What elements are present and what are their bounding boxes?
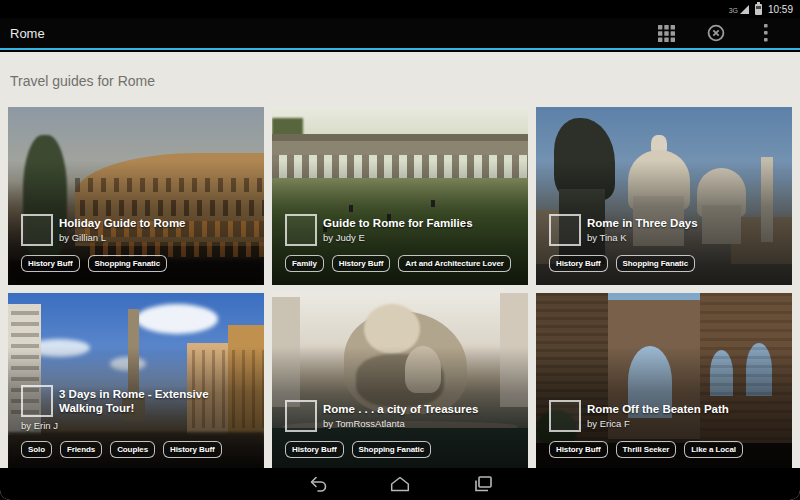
action-bar: Rome (0, 18, 800, 50)
card-checkbox[interactable] (285, 214, 317, 246)
card-byline: by TomRossAtlanta (323, 418, 478, 430)
signal-icon: 3G (729, 5, 749, 14)
tag-chip: Shopping Fanatic (88, 255, 168, 272)
card-byline: by Gillian L (59, 232, 186, 244)
cancel-selection-button[interactable] (704, 21, 728, 45)
card-tags: History BuffShopping Fanatic (285, 441, 515, 458)
card-meta-row: Holiday Guide to Rome by Gillian L (21, 214, 251, 246)
card-title: Holiday Guide to Rome (59, 216, 186, 230)
tag-chip: History Buff (332, 255, 391, 272)
tag-chip: Friends (60, 441, 102, 458)
tag-chip: History Buff (163, 441, 222, 458)
card-text: Rome in Three Days by Tina K (587, 216, 698, 244)
back-button[interactable] (305, 472, 329, 496)
card-grid: Holiday Guide to Rome by Gillian L Histo… (8, 107, 792, 471)
tag-chip: History Buff (549, 255, 608, 272)
overflow-menu-icon (764, 24, 768, 42)
content-area: Travel guides for Rome Holiday Guide to … (0, 52, 800, 500)
card-checkbox[interactable] (549, 214, 581, 246)
card-meta-row: Guide to Rome for Families by Judy E (285, 214, 515, 246)
tag-chip: Like a Local (684, 441, 743, 458)
back-icon (305, 472, 329, 496)
card-meta-row: Rome Off the Beaten Path by Erica F (549, 400, 779, 432)
tag-chip: Shopping Fanatic (616, 255, 696, 272)
card-overlay: Rome in Three Days by Tina K History Buf… (536, 107, 792, 285)
guide-card[interactable]: 3 Days in Rome - Extensive Walking Tour!… (8, 293, 264, 471)
recents-button[interactable] (471, 472, 495, 496)
card-byline: by Erica F (587, 418, 729, 430)
card-tags: SoloFriendsCouplesHistory Buff (21, 441, 251, 458)
card-tags: History BuffShopping Fanatic (549, 255, 779, 272)
guide-card[interactable]: Guide to Rome for Families by Judy E Fam… (272, 107, 528, 285)
card-title: 3 Days in Rome - Extensive Walking Tour! (59, 387, 251, 415)
card-overlay: Guide to Rome for Families by Judy E Fam… (272, 107, 528, 285)
status-bar: 3G 10:59 (0, 0, 800, 18)
guide-card[interactable]: Rome . . . a city of Treasures by TomRos… (272, 293, 528, 471)
card-overlay: Rome Off the Beaten Path by Erica F Hist… (536, 293, 792, 471)
action-bar-actions (654, 21, 800, 45)
battery-icon (755, 4, 762, 15)
tag-chip: Shopping Fanatic (352, 441, 432, 458)
card-overlay: Holiday Guide to Rome by Gillian L Histo… (8, 107, 264, 285)
card-byline: by Tina K (587, 232, 698, 244)
card-text: Holiday Guide to Rome by Gillian L (59, 216, 186, 244)
card-byline: by Erin J (21, 420, 251, 432)
card-meta-row: Rome . . . a city of Treasures by TomRos… (285, 400, 515, 432)
card-tags: FamilyHistory BuffArt and Architecture L… (285, 255, 515, 272)
tablet-screen: 3G 10:59 Rome (0, 0, 800, 500)
card-title: Rome . . . a city of Treasures (323, 402, 478, 416)
network-type-label: 3G (729, 7, 738, 14)
card-checkbox[interactable] (21, 214, 53, 246)
tag-chip: Family (285, 255, 324, 272)
guide-card[interactable]: Rome in Three Days by Tina K History Buf… (536, 107, 792, 285)
tag-chip: Thrill Seeker (616, 441, 677, 458)
card-checkbox[interactable] (21, 385, 53, 417)
card-tags: History BuffThrill SeekerLike a Local (549, 441, 779, 458)
tag-chip: History Buff (549, 441, 608, 458)
guide-card[interactable]: Holiday Guide to Rome by Gillian L Histo… (8, 107, 264, 285)
system-nav-bar (0, 468, 800, 500)
tag-chip: Couples (110, 441, 155, 458)
card-title: Rome Off the Beaten Path (587, 402, 729, 416)
home-button[interactable] (388, 472, 412, 496)
tag-chip: Art and Architecture Lover (398, 255, 510, 272)
card-text: Rome . . . a city of Treasures by TomRos… (323, 402, 478, 430)
card-overlay: Rome . . . a city of Treasures by TomRos… (272, 293, 528, 471)
home-icon (388, 472, 412, 496)
card-meta-row: 3 Days in Rome - Extensive Walking Tour! (21, 385, 251, 417)
card-text: Rome Off the Beaten Path by Erica F (587, 402, 729, 430)
status-clock: 10:59 (768, 4, 793, 15)
grid-view-icon (658, 25, 675, 42)
page-title: Rome (10, 26, 654, 41)
card-byline: by Judy E (323, 232, 473, 244)
card-text: Guide to Rome for Families by Judy E (323, 216, 473, 244)
cancel-icon (706, 23, 726, 43)
overflow-menu-button[interactable] (754, 21, 778, 45)
tag-chip: Solo (21, 441, 52, 458)
card-checkbox[interactable] (285, 400, 317, 432)
card-text: 3 Days in Rome - Extensive Walking Tour! (59, 387, 251, 415)
tag-chip: History Buff (21, 255, 80, 272)
card-overlay: 3 Days in Rome - Extensive Walking Tour!… (8, 293, 264, 471)
card-meta-row: Rome in Three Days by Tina K (549, 214, 779, 246)
card-tags: History BuffShopping Fanatic (21, 255, 251, 272)
card-title: Guide to Rome for Families (323, 216, 473, 230)
guide-card[interactable]: Rome Off the Beaten Path by Erica F Hist… (536, 293, 792, 471)
tag-chip: History Buff (285, 441, 344, 458)
section-heading: Travel guides for Rome (10, 72, 800, 90)
grid-view-button[interactable] (654, 21, 678, 45)
card-checkbox[interactable] (549, 400, 581, 432)
card-title: Rome in Three Days (587, 216, 698, 230)
recents-icon (471, 472, 495, 496)
